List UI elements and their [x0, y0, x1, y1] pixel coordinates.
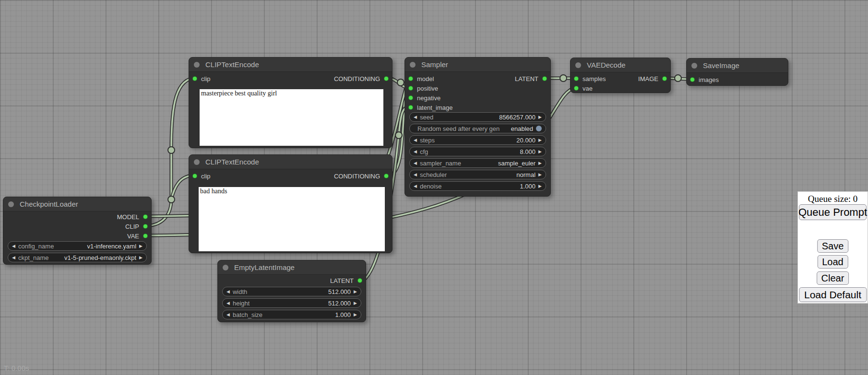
node-vae_decode[interactable]: VAEDecodesamplesvaeIMAGE: [570, 58, 671, 93]
collapse-dot-icon[interactable]: [8, 201, 14, 207]
output-slot-LATENT[interactable]: LATENT: [515, 74, 547, 83]
output-dot-VAE[interactable]: [143, 234, 148, 238]
decrement-arrow-icon[interactable]: ◀: [414, 115, 417, 119]
input-dot-positive[interactable]: [408, 86, 413, 91]
node-titlebar[interactable]: VAEDecode: [571, 58, 670, 72]
decrement-arrow-icon[interactable]: ◀: [226, 301, 230, 305]
queue-prompt-button[interactable]: Queue Prompt: [799, 204, 867, 220]
node-titlebar[interactable]: CheckpointLoader: [3, 197, 151, 211]
save-button[interactable]: Save: [817, 239, 849, 253]
output-slot-IMAGE[interactable]: IMAGE: [638, 74, 667, 83]
widget-label: ckpt_name: [18, 254, 49, 261]
node-titlebar[interactable]: EmptyLatentImage: [218, 260, 366, 275]
output-dot-CONDITIONING[interactable]: [384, 76, 389, 81]
widget-value: 1.000: [520, 183, 536, 190]
output-slot-CONDITIONING[interactable]: CONDITIONING: [334, 171, 389, 181]
decrement-arrow-icon[interactable]: ◀: [12, 256, 15, 260]
input-dot-clip[interactable]: [192, 174, 197, 178]
increment-arrow-icon[interactable]: ▶: [354, 301, 357, 305]
widget-batch-size[interactable]: ◀batch_size1.000▶: [222, 310, 361, 319]
widget-sampler-name[interactable]: ◀sampler_namesample_euler▶: [409, 158, 546, 168]
widget-cfg[interactable]: ◀cfg8.000▶: [409, 147, 546, 156]
output-slot-MODEL[interactable]: MODEL: [117, 212, 148, 222]
input-slot-model[interactable]: model: [408, 74, 434, 83]
collapse-dot-icon[interactable]: [223, 265, 228, 270]
output-slot-VAE[interactable]: VAE: [127, 231, 148, 241]
load-button[interactable]: Load: [817, 255, 848, 269]
node-titlebar[interactable]: SaveImage: [687, 59, 788, 73]
output-dot-IMAGE[interactable]: [662, 76, 667, 81]
decrement-arrow-icon[interactable]: ◀: [414, 173, 417, 177]
output-dot-MODEL[interactable]: [143, 214, 148, 219]
prompt-textarea[interactable]: [199, 187, 385, 251]
collapse-dot-icon[interactable]: [194, 62, 200, 68]
increment-arrow-icon[interactable]: ▶: [354, 290, 357, 294]
input-slot-clip[interactable]: clip: [192, 74, 211, 83]
widget-height[interactable]: ◀height512.000▶: [222, 298, 361, 308]
increment-arrow-icon[interactable]: ▶: [538, 150, 542, 154]
output-slot-CONDITIONING[interactable]: CONDITIONING: [334, 74, 389, 83]
widget-denoise[interactable]: ◀denoise1.000▶: [409, 181, 546, 191]
decrement-arrow-icon[interactable]: ◀: [414, 184, 417, 188]
output-dot-CONDITIONING[interactable]: [384, 174, 389, 178]
input-dot-clip[interactable]: [192, 76, 197, 81]
increment-arrow-icon[interactable]: ▶: [538, 138, 542, 142]
input-slot-positive[interactable]: positive: [408, 83, 438, 93]
node-checkpoint_loader[interactable]: CheckpointLoaderMODELCLIPVAE◀config_name…: [3, 197, 152, 265]
widget-config-name[interactable]: ◀config_namev1-inference.yaml▶: [8, 241, 147, 251]
input-dot-images[interactable]: [690, 77, 695, 82]
collapse-dot-icon[interactable]: [194, 159, 200, 165]
output-slot-LATENT[interactable]: LATENT: [330, 276, 362, 285]
widget-seed[interactable]: ◀seed8566257.000▶: [409, 112, 546, 122]
widget-steps[interactable]: ◀steps20.000▶: [409, 135, 546, 145]
input-slot-clip[interactable]: clip: [192, 171, 211, 181]
input-dot-vae[interactable]: [574, 86, 579, 91]
decrement-arrow-icon[interactable]: ◀: [12, 244, 15, 248]
collapse-dot-icon[interactable]: [691, 63, 697, 69]
widget-scheduler[interactable]: ◀schedulernormal▶: [409, 170, 546, 179]
node-titlebar[interactable]: CLIPTextEncode: [189, 155, 392, 169]
widget-width[interactable]: ◀width512.000▶: [222, 287, 361, 296]
widget-random-seed-after-every-gen[interactable]: Random seed after every genenabled: [409, 124, 546, 133]
input-dot-samples[interactable]: [574, 76, 579, 81]
increment-arrow-icon[interactable]: ▶: [139, 256, 143, 260]
node-save_image[interactable]: SaveImageimages: [686, 58, 788, 86]
input-slot-images[interactable]: images: [690, 75, 719, 84]
node-clip_text_encode_positive[interactable]: CLIPTextEncodeclipCONDITIONING: [189, 57, 392, 148]
decrement-arrow-icon[interactable]: ◀: [414, 161, 417, 165]
input-dot-model[interactable]: [408, 76, 413, 81]
input-slot-negative[interactable]: negative: [408, 93, 440, 103]
decrement-arrow-icon[interactable]: ◀: [226, 290, 230, 294]
input-slot-samples[interactable]: samples: [574, 74, 606, 83]
prompt-textarea[interactable]: [200, 89, 383, 146]
output-dot-LATENT[interactable]: [542, 76, 547, 81]
decrement-arrow-icon[interactable]: ◀: [414, 138, 417, 142]
input-dot-negative[interactable]: [408, 95, 413, 100]
increment-arrow-icon[interactable]: ▶: [538, 173, 542, 177]
input-dot-latent_image[interactable]: [408, 105, 413, 110]
clear-button[interactable]: Clear: [817, 271, 849, 285]
output-dot-LATENT[interactable]: [357, 278, 362, 283]
node-titlebar[interactable]: Sampler: [405, 58, 550, 72]
increment-arrow-icon[interactable]: ▶: [139, 244, 143, 248]
input-slot-vae[interactable]: vae: [574, 83, 593, 93]
toggle-indicator[interactable]: [536, 126, 542, 131]
increment-arrow-icon[interactable]: ▶: [538, 115, 542, 119]
input-slot-latent_image[interactable]: latent_image: [408, 103, 452, 112]
load-default-button[interactable]: Load Default: [799, 287, 867, 302]
output-dot-CLIP[interactable]: [143, 224, 148, 229]
increment-arrow-icon[interactable]: ▶: [538, 161, 542, 165]
output-label: MODEL: [117, 213, 139, 221]
node-empty_latent_image[interactable]: EmptyLatentImageLATENT◀width512.000▶◀hei…: [217, 260, 366, 322]
decrement-arrow-icon[interactable]: ◀: [226, 313, 230, 317]
output-slot-CLIP[interactable]: CLIP: [125, 222, 148, 231]
collapse-dot-icon[interactable]: [575, 62, 581, 68]
widget-ckpt-name[interactable]: ◀ckpt_namev1-5-pruned-emaonly.ckpt▶: [8, 253, 147, 262]
node-clip_text_encode_negative[interactable]: CLIPTextEncodeclipCONDITIONING: [189, 154, 392, 253]
increment-arrow-icon[interactable]: ▶: [538, 184, 542, 188]
decrement-arrow-icon[interactable]: ◀: [414, 150, 417, 154]
collapse-dot-icon[interactable]: [410, 62, 416, 68]
node-titlebar[interactable]: CLIPTextEncode: [189, 58, 392, 72]
node-sampler[interactable]: Samplermodelpositivenegativelatent_image…: [404, 57, 551, 197]
increment-arrow-icon[interactable]: ▶: [354, 313, 357, 317]
